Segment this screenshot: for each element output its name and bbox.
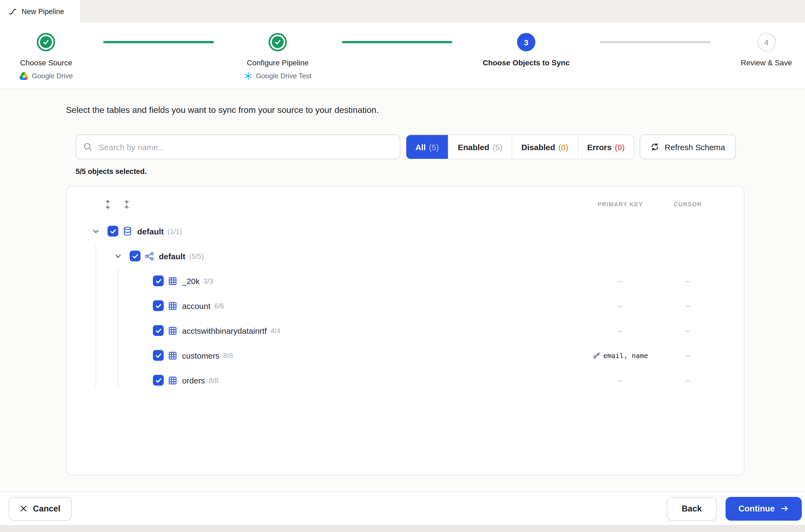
filter-errors[interactable]: Errors (0) <box>578 135 634 159</box>
filter-disabled[interactable]: Disabled (0) <box>512 135 578 159</box>
filter-count: (5) <box>492 142 503 152</box>
object-tree: default (1/1) default (5/5 <box>67 219 744 393</box>
step-sub-source: Google Drive <box>19 72 73 80</box>
table-name: acctswithbinarydatainrtf <box>182 326 267 335</box>
cursor-cell: – <box>655 277 720 285</box>
selected-summary: 5/5 objects selected. <box>76 167 745 175</box>
primary-key-cell: – <box>585 277 655 285</box>
google-drive-icon <box>19 72 28 80</box>
step-choose-objects[interactable]: 3 Choose Objects to Sync <box>483 31 570 67</box>
cancel-label: Cancel <box>33 504 60 513</box>
search-input[interactable] <box>76 134 400 159</box>
database-count: (1/1) <box>168 227 182 235</box>
filter-all[interactable]: All (5) <box>406 135 449 159</box>
continue-label: Continue <box>738 504 775 513</box>
primary-key-cell: – <box>585 301 655 310</box>
checkbox-database[interactable] <box>108 226 118 236</box>
primary-key-value: email, name <box>603 352 648 359</box>
stepper-connector <box>342 41 452 43</box>
database-icon <box>123 226 132 236</box>
checkbox-table[interactable] <box>153 276 164 286</box>
objects-card: PRIMARY KEY CURSOR defaul <box>66 186 745 475</box>
cancel-button[interactable]: Cancel <box>8 497 72 520</box>
tab-new-pipeline[interactable]: New Pipeline <box>0 0 81 23</box>
close-icon <box>20 505 27 512</box>
cursor-cell: – <box>655 351 720 360</box>
controls-row: All (5) Enabled (5) Disabled (0) Errors … <box>76 134 736 159</box>
search-box <box>76 134 400 159</box>
primary-key-cell: – <box>585 376 655 384</box>
primary-key-cell: email, name <box>585 352 655 359</box>
step-number-badge: 4 <box>757 33 775 51</box>
refresh-schema-button[interactable]: Refresh Schema <box>640 134 736 159</box>
filter-label: Enabled <box>458 142 489 152</box>
main-content: Select the tables and fields you want to… <box>0 89 805 492</box>
intro-text: Select the tables and fields you want to… <box>66 105 745 115</box>
schema-count: (5/5) <box>189 252 203 260</box>
table-name: account <box>182 301 210 310</box>
continue-button[interactable]: Continue <box>726 497 802 520</box>
cursor-cell: – <box>655 301 720 310</box>
schema-name: default <box>159 251 185 261</box>
table-icon <box>168 301 177 310</box>
tree-header: PRIMARY KEY CURSOR <box>67 195 744 213</box>
step-sub-label: Google Drive <box>32 72 73 80</box>
table-count: 8/8 <box>223 352 233 359</box>
filter-enabled[interactable]: Enabled (5) <box>449 135 512 159</box>
tree-row-database: default (1/1) <box>67 219 744 244</box>
filter-label: All <box>415 142 426 152</box>
tree-row-table: acctswithbinarydatainrtf 4/4 – – <box>67 318 744 343</box>
table-name: orders <box>182 376 205 385</box>
arrow-right-icon <box>781 505 789 513</box>
filter-count: (5) <box>429 142 439 152</box>
step-label: Configure Pipeline <box>247 58 309 67</box>
step-complete-icon <box>39 35 54 50</box>
checkbox-table[interactable] <box>153 300 164 311</box>
bottom-edge <box>0 525 805 532</box>
collapse-all-icon[interactable] <box>121 198 132 210</box>
checkbox-table[interactable] <box>153 350 164 361</box>
step-review-save[interactable]: 4 Review & Save <box>741 31 792 67</box>
primary-key-cell: – <box>585 326 655 335</box>
pipeline-icon <box>8 7 17 15</box>
step-choose-source[interactable]: Choose Source Google Drive <box>19 31 73 80</box>
chevron-down-icon[interactable] <box>113 252 122 260</box>
checkbox-schema[interactable] <box>130 251 141 261</box>
back-button[interactable]: Back <box>667 497 717 520</box>
schema-icon <box>145 251 154 261</box>
step-label: Review & Save <box>741 58 792 67</box>
refresh-icon <box>651 142 659 151</box>
refresh-label: Refresh Schema <box>665 142 725 152</box>
database-name: default <box>137 227 164 236</box>
footer-bar: Cancel Back Continue <box>0 492 805 525</box>
checkbox-table[interactable] <box>153 325 164 336</box>
search-icon <box>83 142 92 152</box>
step-configure-pipeline[interactable]: Configure Pipeline Google Drive Test <box>244 31 312 80</box>
table-name: customers <box>182 351 219 360</box>
filter-group: All (5) Enabled (5) Disabled (0) Errors … <box>406 134 635 159</box>
table-count: 6/6 <box>214 302 224 310</box>
checkbox-table[interactable] <box>153 375 164 386</box>
tree-row-table: account 6/6 – – <box>67 293 744 318</box>
table-icon <box>168 351 177 360</box>
filter-count: (0) <box>615 142 625 152</box>
tree-row-table: orders 8/8 – – <box>67 368 744 393</box>
cursor-cell: – <box>655 376 720 384</box>
stepper: Choose Source Google Drive Configure Pip… <box>0 31 805 80</box>
table-count: 3/3 <box>203 277 213 285</box>
key-icon <box>593 352 600 359</box>
step-number-badge: 3 <box>517 33 536 51</box>
tab-bar: New Pipeline <box>0 0 805 23</box>
step-label: Choose Source <box>20 58 72 67</box>
stepper-header: Choose Source Google Drive Configure Pip… <box>0 23 805 89</box>
stepper-connector <box>600 41 710 43</box>
snowflake-icon <box>244 72 252 80</box>
chevron-down-icon[interactable] <box>91 228 100 235</box>
step-label: Choose Objects to Sync <box>483 58 570 67</box>
table-count: 4/4 <box>271 326 280 335</box>
step-sub-label: Google Drive Test <box>256 72 312 80</box>
expand-all-icon[interactable] <box>102 198 113 210</box>
back-label: Back <box>682 504 702 513</box>
step-complete-icon <box>270 35 285 50</box>
column-header-cursor: CURSOR <box>655 201 720 207</box>
